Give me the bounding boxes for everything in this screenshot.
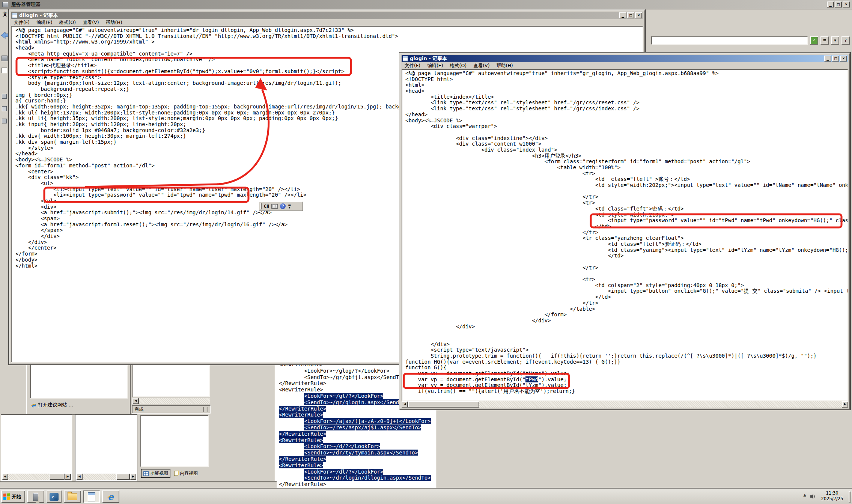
horizontal-scrollbar[interactable]: ◀ ▶ (402, 401, 848, 408)
notepad-icon (12, 13, 17, 18)
pages-icon (174, 471, 178, 476)
dropdown-icon[interactable]: ▾ (831, 36, 839, 45)
minimize-icon[interactable]: _ (827, 2, 834, 8)
close-icon[interactable]: × (635, 12, 642, 18)
scroll-left-icon[interactable]: ◀ (2, 474, 8, 480)
scroll-left-icon[interactable]: ◀ (76, 474, 83, 480)
taskbar-ie-button[interactable]: e (102, 490, 119, 503)
refresh-icon[interactable]: ≡ (820, 36, 829, 45)
clock-date: 2025/7/25 (817, 496, 847, 502)
notepad1-menubar: 文件(F) 编辑(E) 格式(O) 查看(V) 帮助(H) (11, 19, 643, 26)
scroll-right-icon[interactable]: ▶ (842, 401, 848, 408)
scroll-thumb[interactable] (408, 401, 479, 408)
clock[interactable]: 11:30 2025/7/25 (817, 490, 847, 503)
scroll-thumb[interactable] (50, 474, 65, 480)
taskbar-explorer-button[interactable] (64, 490, 81, 503)
tree-node-icon[interactable] (2, 94, 7, 99)
tab-label: 功能视图 (150, 470, 168, 477)
drag-handle[interactable] (260, 203, 262, 209)
menu-view[interactable]: 查看(V) (473, 63, 489, 69)
scroll-track[interactable] (83, 474, 116, 480)
menu-help[interactable]: 帮助(H) (497, 63, 513, 69)
notepad-icon (88, 492, 95, 501)
status-done-label: 完成 (134, 406, 143, 413)
maximize-icon[interactable]: □ (832, 56, 839, 62)
iis-pane-view[interactable] (140, 415, 209, 467)
start-label: 开始 (12, 493, 21, 500)
close-icon[interactable]: × (843, 2, 850, 8)
taskbar-powershell-button[interactable]: >_ (47, 490, 62, 503)
minimize-icon[interactable]: _ (619, 12, 626, 18)
scroll-thumb[interactable] (116, 474, 130, 480)
status-grip (207, 407, 208, 412)
language-bar: CH ? ▬▾ (258, 201, 303, 211)
menu-format[interactable]: 格式(O) (59, 20, 76, 26)
menu-edit[interactable]: 编辑(E) (36, 20, 53, 26)
iis-pane-list[interactable]: ◀ ▶ (75, 414, 137, 481)
folder-icon (68, 493, 77, 500)
scroll-left-icon[interactable]: ◀ (402, 401, 408, 408)
scroll-track[interactable] (479, 401, 842, 408)
browser-content[interactable] (132, 363, 210, 397)
server-manager-icon (33, 493, 38, 501)
menu-help[interactable]: 帮助(H) (106, 20, 122, 26)
windows-flag-icon (3, 493, 10, 500)
tree-node-icon[interactable] (2, 68, 7, 73)
minimize-icon[interactable]: _ (824, 56, 831, 62)
window-statusbar-strip (0, 482, 277, 489)
address-bar[interactable] (651, 36, 808, 45)
scroll-track[interactable] (139, 398, 210, 404)
horizontal-scrollbar[interactable]: ◀ ▶ (76, 474, 136, 480)
notepad2-titlebar[interactable]: glogin - 记事本 _ □ × (402, 55, 848, 62)
sm-menu-fragment[interactable]: 文 (3, 11, 8, 18)
tree-node-icon[interactable] (2, 56, 8, 61)
menu-file[interactable]: 文件(F) (14, 20, 30, 26)
dialog-listbox[interactable] (30, 364, 128, 399)
tree-node-icon[interactable] (2, 119, 7, 123)
options-icon[interactable]: ▬▾ (288, 204, 291, 209)
taskbar-notepad-button-active[interactable] (83, 490, 100, 503)
show-desktop-button[interactable] (849, 491, 851, 502)
maximize-icon[interactable]: □ (627, 12, 634, 18)
start-button[interactable]: 开始 (1, 490, 25, 503)
speaker-icon[interactable] (810, 493, 816, 499)
tree-node-icon[interactable] (2, 106, 7, 111)
tab-label: 内容视图 (180, 470, 198, 477)
server-manager-icon (2, 2, 8, 7)
horizontal-scrollbar[interactable]: ◀ (132, 398, 210, 404)
menu-file[interactable]: 文件(F) (405, 63, 420, 69)
tab-content-view[interactable]: 内容视图 (173, 469, 199, 477)
iis-view-tabs: 功能视图 内容视图 (141, 469, 199, 478)
maximize-icon[interactable]: □ (835, 2, 842, 8)
desktop: { "colors": { "accent_red": "#e8231a", "… (0, 0, 852, 504)
scroll-left-icon[interactable]: ◀ (132, 398, 139, 404)
open-suggested-sites-link[interactable]: 打开建议网站 ... (38, 402, 74, 408)
go-icon[interactable]: ✓ (810, 36, 818, 45)
taskbar-server-manager-button[interactable] (27, 490, 44, 503)
suggested-sites-dialog: e 打开建议网站 ... (26, 363, 131, 415)
notepad2-code[interactable]: <%@ page language="C#" autoeventwireup="… (402, 70, 847, 394)
status-bar: 完成 (132, 405, 211, 414)
notepad2-menubar: 文件(F) 编辑(E) 格式(O) 查看(V) 帮助(H) (402, 62, 848, 69)
notepad2-text-area[interactable]: <%@ page language="C#" autoeventwireup="… (402, 69, 848, 401)
menu-view[interactable]: 查看(V) (83, 20, 99, 26)
clock-time: 11:30 (817, 490, 847, 496)
notepad1-titlebar[interactable]: dllogin - 记事本 _ □ × (11, 12, 643, 19)
tab-features-view[interactable]: 功能视图 (141, 469, 170, 478)
server-manager-title: 服务器管理器 (11, 1, 41, 8)
scroll-right-icon[interactable]: ▶ (65, 474, 71, 480)
taskbar: 开始 >_ e ▲ 11:30 2025/7/25 (0, 489, 852, 504)
help-icon[interactable]: ? (280, 203, 286, 209)
keyboard-icon[interactable] (271, 204, 278, 209)
iis-pane-tree[interactable]: ◀ ▶ (1, 414, 72, 481)
scroll-right-icon[interactable]: ▶ (130, 474, 136, 480)
horizontal-scrollbar[interactable]: ◀ ▶ (2, 474, 71, 480)
close-icon[interactable]: × (840, 56, 847, 62)
menu-format[interactable]: 格式(O) (450, 63, 467, 69)
language-indicator[interactable]: CH (264, 204, 269, 209)
powershell-icon: >_ (50, 493, 59, 501)
tray-chevron-icon[interactable]: ▲ (803, 493, 806, 497)
menu-edit[interactable]: 编辑(E) (427, 63, 443, 69)
scroll-track[interactable] (8, 474, 50, 480)
help-toolbar-icon[interactable]: ? (841, 36, 850, 45)
